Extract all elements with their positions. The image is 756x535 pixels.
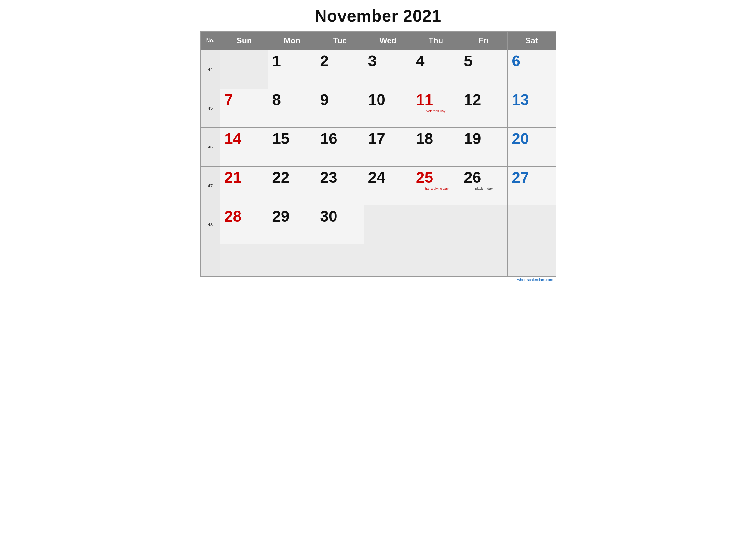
day-cell: [316, 244, 364, 276]
header-sun: Sun: [220, 32, 268, 50]
header-no: No.: [201, 32, 220, 50]
day-cell: 23: [316, 167, 364, 205]
day-cell: 12: [460, 89, 508, 128]
day-number: 5: [464, 53, 503, 69]
day-cell: [364, 244, 412, 276]
day-cell: 11Veterans Day: [412, 89, 460, 128]
calendar-week-row: [201, 244, 555, 276]
week-number: 44: [201, 50, 220, 89]
calendar-week-row: 4614151617181920: [201, 128, 555, 167]
day-cell: [412, 205, 460, 244]
week-number: [201, 244, 220, 276]
day-number: 16: [320, 131, 360, 147]
day-cell: 10: [364, 89, 412, 128]
week-number: 45: [201, 89, 220, 128]
day-number: 22: [272, 170, 312, 185]
day-cell: 15: [268, 128, 316, 167]
day-cell: 25Thanksgiving Day: [412, 167, 460, 205]
day-cell: [220, 244, 268, 276]
day-cell: 26Black Friday: [460, 167, 508, 205]
day-number: 20: [512, 131, 552, 147]
week-number: 47: [201, 167, 220, 205]
day-number: 30: [320, 209, 360, 224]
day-cell: 3: [364, 50, 412, 89]
day-cell: [460, 244, 508, 276]
day-number: 4: [416, 53, 456, 69]
calendar-body: 44123456457891011Veterans Day12134614151…: [201, 50, 555, 276]
day-number: 21: [224, 170, 264, 185]
calendar-title: November 2021: [201, 7, 556, 26]
day-number: 25: [416, 170, 456, 185]
day-cell: 18: [412, 128, 460, 167]
day-cell: 29: [268, 205, 316, 244]
header-mon: Mon: [268, 32, 316, 50]
week-number: 48: [201, 205, 220, 244]
holiday-label: Veterans Day: [416, 109, 456, 113]
day-cell: 27: [508, 167, 555, 205]
day-cell: [268, 244, 316, 276]
day-cell: [364, 205, 412, 244]
header-thu: Thu: [412, 32, 460, 50]
day-number: 14: [224, 131, 264, 147]
header-sat: Sat: [508, 32, 555, 50]
day-number: 28: [224, 209, 264, 224]
day-number: 8: [272, 92, 312, 108]
day-cell: 17: [364, 128, 412, 167]
day-cell: 19: [460, 128, 508, 167]
day-cell: [508, 205, 555, 244]
day-number: 26: [464, 170, 503, 185]
watermark: wheniscalendars.com: [201, 276, 556, 282]
day-cell: 8: [268, 89, 316, 128]
day-number: 19: [464, 131, 503, 147]
calendar-week-row: 472122232425Thanksgiving Day26Black Frid…: [201, 167, 555, 205]
day-cell: [508, 244, 555, 276]
day-number: 27: [512, 170, 552, 185]
day-number: 12: [464, 92, 503, 108]
day-cell: 7: [220, 89, 268, 128]
holiday-label: Black Friday: [464, 187, 503, 190]
calendar-week-row: 48282930: [201, 205, 555, 244]
day-cell: 4: [412, 50, 460, 89]
day-number: 7: [224, 92, 264, 108]
header-wed: Wed: [364, 32, 412, 50]
day-number: 9: [320, 92, 360, 108]
day-cell: 13: [508, 89, 555, 128]
day-number: 15: [272, 131, 312, 147]
day-number: 23: [320, 170, 360, 185]
calendar-week-row: 457891011Veterans Day1213: [201, 89, 555, 128]
day-cell: [220, 50, 268, 89]
day-cell: 21: [220, 167, 268, 205]
day-cell: 30: [316, 205, 364, 244]
day-cell: 9: [316, 89, 364, 128]
day-number: 17: [368, 131, 408, 147]
day-cell: 24: [364, 167, 412, 205]
day-number: 24: [368, 170, 408, 185]
day-cell: 22: [268, 167, 316, 205]
day-number: 10: [368, 92, 408, 108]
day-cell: 2: [316, 50, 364, 89]
header-fri: Fri: [460, 32, 508, 50]
day-cell: 6: [508, 50, 555, 89]
day-cell: 5: [460, 50, 508, 89]
day-cell: 1: [268, 50, 316, 89]
week-number: 46: [201, 128, 220, 167]
day-number: 18: [416, 131, 456, 147]
day-number: 13: [512, 92, 552, 108]
day-number: 6: [512, 53, 552, 69]
day-cell: 16: [316, 128, 364, 167]
day-number: 2: [320, 53, 360, 69]
day-number: 29: [272, 209, 312, 224]
day-cell: [460, 205, 508, 244]
header-tue: Tue: [316, 32, 364, 50]
holiday-label: Thanksgiving Day: [416, 187, 456, 190]
day-number: 11: [416, 92, 456, 108]
calendar-week-row: 44123456: [201, 50, 555, 89]
header-row: No. Sun Mon Tue Wed Thu Fri Sat: [201, 32, 555, 50]
day-cell: [412, 244, 460, 276]
day-cell: 20: [508, 128, 555, 167]
day-cell: 28: [220, 205, 268, 244]
day-number: 1: [272, 53, 312, 69]
calendar-table: No. Sun Mon Tue Wed Thu Fri Sat 44123456…: [201, 31, 556, 276]
calendar-container: November 2021 No. Sun Mon Tue Wed Thu Fr…: [201, 7, 556, 282]
day-number: 3: [368, 53, 408, 69]
